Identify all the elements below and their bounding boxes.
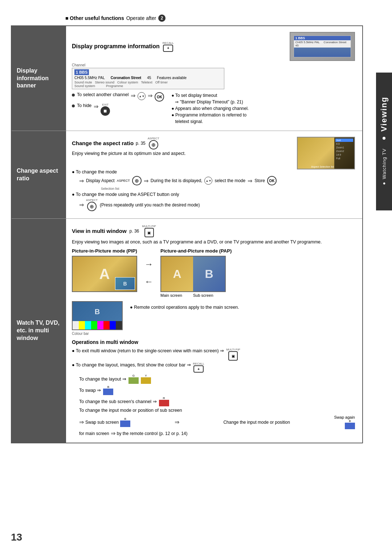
nav-arrows2[interactable]: ▲▼: [204, 177, 212, 185]
r-button[interactable]: [159, 400, 169, 406]
bullet-hide: To hide ⇒ EXIT ⏹: [72, 103, 164, 116]
y-button[interactable]: [141, 377, 151, 384]
right-tab: Viewing ● Watching TV: [376, 73, 392, 210]
flow-arrow1: ⇒: [79, 177, 84, 184]
by-remote-label: by the remote control (p. 12 or p. 14): [117, 431, 188, 436]
swap-b-btn[interactable]: [120, 420, 130, 427]
pap-screen: A B: [160, 256, 226, 292]
select-channel-text: To select another channel: [77, 92, 128, 97]
teletext: Teletext: [141, 81, 152, 84]
input-mode-label: To change the input mode or position of …: [79, 408, 355, 413]
timeout-line3: ● Appears also when changing channel.: [171, 105, 249, 112]
aspect-circle-btn[interactable]: ⊕: [132, 176, 142, 185]
num45-label: 45: [147, 76, 151, 80]
aspect-desc: Enjoy viewing the picture at its optimum…: [72, 151, 185, 156]
main-screen-label: Main screen: [160, 293, 182, 297]
pip-pap-container: Picture-in-Picture mode (PIP) A B → ← Pi…: [72, 248, 355, 297]
multi-pip-btn2[interactable]: ▣: [228, 351, 238, 361]
pip-section: Picture-in-Picture mode (PIP) A B: [72, 248, 137, 292]
swap-again-label: Swap again: [334, 415, 355, 419]
bullet-aspect-only: ● To change the mode using the ASPECT bu…: [72, 192, 355, 197]
colour-bar-row: B A: [72, 301, 355, 336]
colour-bar-screen: B A: [72, 301, 123, 330]
y-label: Y: [145, 374, 147, 377]
prog-info-header: Display programme information RECALL + 1…: [72, 32, 355, 61]
section-content-aspect: Change the aspect ratio p. 35 ASPECT ⊕ E…: [66, 131, 362, 218]
section-multi-window: Watch TV, DVD, etc. in multi window View…: [12, 219, 362, 443]
flow-arrow3: ⇒: [248, 177, 252, 184]
bullet-dot2: [72, 104, 75, 107]
swap-b-label: B: [124, 417, 126, 420]
cb2: [79, 321, 85, 329]
aspect-sup: ASPECT: [117, 179, 130, 182]
display-aspect-label: Display Aspect: [86, 178, 115, 183]
aspect-label2: ASPECT: [86, 198, 98, 202]
left-arrow: ←: [144, 276, 153, 287]
ok-button[interactable]: OK: [155, 92, 164, 102]
section-label-display: Display information banner: [12, 26, 66, 131]
ok-btn2[interactable]: OK: [267, 176, 277, 185]
multi-title-text: View in multi window: [72, 228, 127, 234]
aspect-btn2[interactable]: ⊕: [87, 202, 97, 211]
arrow-icon: ⇒: [131, 92, 135, 99]
bullet-change-mode: ● To change the mode: [72, 169, 355, 175]
store-label: Store: [254, 178, 265, 183]
multi-pip-button[interactable]: ▣: [144, 228, 154, 237]
recall-label2: RECALL: [193, 362, 204, 365]
multi-title-row: View in multi window p. 36 MULTI PIP ▣: [72, 225, 355, 237]
pip-arrows: → ←: [144, 259, 153, 287]
ops-section: Operations in multi window ● To exit mul…: [72, 339, 355, 437]
section-content-display: Display programme information RECALL + 1…: [66, 26, 362, 131]
aspect-button[interactable]: ⊕: [149, 140, 158, 149]
timeout-line2: ⇒ "Banner Display Timeout" (p. 21): [175, 99, 249, 105]
b-button[interactable]: [103, 389, 113, 395]
sub-channel-label: To change the sub screen's channel ⇒: [79, 399, 157, 404]
a-label: A: [117, 323, 121, 329]
aspect-screen-mockup: Just 4:3 Zoom1 Zoom2 14:9 Full Aspect Se…: [297, 137, 355, 169]
bullet-mode-text: ● To change the mode: [72, 169, 117, 175]
colour-bars-strip: [73, 321, 122, 329]
recall-btn2[interactable]: +: [193, 365, 204, 373]
change-aspect-label: Change aspect ratio: [17, 167, 61, 182]
for-main-label: for main screen: [79, 431, 109, 436]
section-content-multi: View in multi window p. 36 MULTI PIP ▣ E…: [66, 219, 362, 443]
swap-sub-label: Swap sub screen: [85, 420, 119, 425]
layout-label: To change the layout ⇒: [79, 376, 126, 382]
nav-arrows-icon[interactable]: ▲▼: [138, 92, 146, 100]
sound-mute: Sound mute: [74, 81, 92, 84]
right-info-box: ● To set display timeout ⇒ "Banner Displ…: [171, 92, 249, 125]
arrow-icon3: ⇒: [94, 103, 98, 110]
aspect-btn-label: ASPECT: [148, 137, 159, 140]
recall-button-icon[interactable]: +: [163, 45, 173, 52]
bullet-dot: [72, 94, 75, 97]
ops-bullet2: ● To change the layout, images, first sh…: [72, 362, 355, 373]
sub-screen-label: Sub screen: [193, 293, 213, 297]
pap-title: Picture-and-Picture mode (PAP): [160, 248, 232, 254]
multi-pip-label: MULTI PIP: [142, 225, 156, 228]
swap-sub-arrow: ⇒: [79, 419, 84, 426]
coronation-label: Coronation Street: [111, 76, 141, 80]
swap-again-btn[interactable]: [345, 423, 355, 429]
exit-button[interactable]: ⏹: [101, 106, 110, 116]
main-content: Display information banner Display progr…: [11, 25, 363, 443]
timeout-line1: ● To set display timeout: [171, 92, 249, 99]
other-functions-label: ■ Other useful functions: [65, 15, 124, 21]
cb4: [91, 321, 97, 329]
pap-labels: Main screen Sub screen: [160, 293, 213, 297]
arrow-icon2: ⇒: [148, 92, 152, 99]
for-main-row: for main screen ⇒ by the remote control …: [79, 430, 355, 437]
cb3: [85, 321, 91, 329]
multi-desc: Enjoy viewing two images at once, such a…: [72, 239, 355, 245]
change-input-label: Change the input mode or position: [223, 420, 290, 425]
swap-again-row: B: [345, 419, 355, 429]
aspect-title-area: Change the aspect ratio p. 35 ASPECT ⊕ E…: [72, 137, 185, 159]
r-label: R: [163, 397, 165, 400]
section-aspect: Change aspect ratio Change the aspect ra…: [12, 131, 362, 219]
aspect-title-row: Change the aspect ratio p. 35 ASPECT ⊕ E…: [72, 137, 355, 169]
sound-system: Sound system: [74, 84, 95, 88]
layout-row: To change the layout ⇒ G Y: [79, 374, 355, 384]
aspect-title-header: Change the aspect ratio p. 35 ASPECT ⊕: [72, 137, 185, 149]
channel-label: Channel: [72, 63, 355, 67]
aspect-overlay: Just 4:3 Zoom1 Zoom2 14:9 Full: [334, 138, 354, 169]
g-button[interactable]: [128, 377, 139, 384]
